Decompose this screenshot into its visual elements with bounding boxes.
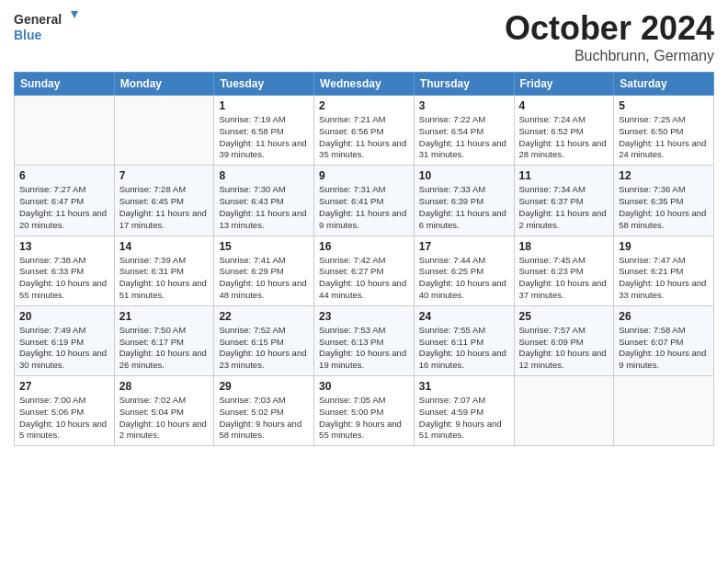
col-wednesday: Wednesday (314, 73, 415, 96)
calendar-week-row: 1 Sunrise: 7:19 AMSunset: 6:58 PMDayligh… (15, 96, 714, 166)
day-info: Sunrise: 7:07 AMSunset: 4:59 PMDaylight:… (419, 395, 509, 442)
table-row: 15 Sunrise: 7:41 AMSunset: 6:29 PMDaylig… (214, 236, 314, 305)
day-info: Sunrise: 7:49 AMSunset: 6:19 PMDaylight:… (19, 325, 109, 372)
day-number: 23 (319, 310, 409, 323)
day-number: 6 (19, 169, 109, 182)
table-row: 22 Sunrise: 7:52 AMSunset: 6:15 PMDaylig… (214, 305, 314, 375)
calendar-subtitle: Buchbrunn, Germany (505, 48, 714, 64)
table-row (15, 96, 115, 166)
day-info: Sunrise: 7:50 AMSunset: 6:17 PMDaylight:… (119, 325, 210, 372)
svg-text:General: General (14, 12, 62, 27)
title-block: October 2024 Buchbrunn, Germany (505, 9, 714, 64)
day-info: Sunrise: 7:33 AMSunset: 6:39 PMDaylight:… (419, 184, 509, 231)
day-number: 1 (219, 99, 309, 112)
day-number: 25 (519, 310, 609, 323)
day-info: Sunrise: 7:42 AMSunset: 6:27 PMDaylight:… (319, 255, 409, 302)
day-number: 19 (619, 240, 709, 253)
day-info: Sunrise: 7:34 AMSunset: 6:37 PMDaylight:… (519, 184, 609, 231)
day-number: 30 (319, 380, 409, 393)
day-number: 8 (219, 169, 309, 182)
day-info: Sunrise: 7:47 AMSunset: 6:21 PMDaylight:… (619, 255, 709, 302)
day-number: 15 (219, 240, 309, 253)
calendar-week-row: 6 Sunrise: 7:27 AMSunset: 6:47 PMDayligh… (15, 166, 714, 236)
day-info: Sunrise: 7:30 AMSunset: 6:43 PMDaylight:… (219, 184, 309, 231)
day-number: 27 (19, 380, 109, 393)
day-info: Sunrise: 7:27 AMSunset: 6:47 PMDaylight:… (19, 184, 109, 231)
day-number: 22 (219, 310, 309, 323)
calendar-table: Sunday Monday Tuesday Wednesday Thursday… (14, 72, 714, 446)
day-info: Sunrise: 7:02 AMSunset: 5:04 PMDaylight:… (119, 395, 210, 442)
table-row: 4 Sunrise: 7:24 AMSunset: 6:52 PMDayligh… (514, 96, 614, 166)
day-info: Sunrise: 7:31 AMSunset: 6:41 PMDaylight:… (319, 184, 409, 231)
day-number: 9 (319, 169, 409, 182)
table-row: 2 Sunrise: 7:21 AMSunset: 6:56 PMDayligh… (314, 96, 415, 166)
day-number: 5 (619, 99, 709, 112)
day-info: Sunrise: 7:03 AMSunset: 5:02 PMDaylight:… (219, 395, 309, 442)
day-number: 29 (219, 380, 309, 393)
day-number: 10 (419, 169, 509, 182)
day-number: 31 (419, 380, 509, 393)
day-info: Sunrise: 7:38 AMSunset: 6:33 PMDaylight:… (19, 255, 109, 302)
table-row: 23 Sunrise: 7:53 AMSunset: 6:13 PMDaylig… (314, 305, 415, 375)
table-row: 26 Sunrise: 7:58 AMSunset: 6:07 PMDaylig… (614, 305, 714, 375)
table-row: 3 Sunrise: 7:22 AMSunset: 6:54 PMDayligh… (414, 96, 514, 166)
day-number: 28 (119, 380, 210, 393)
day-number: 20 (19, 310, 109, 323)
table-row: 29 Sunrise: 7:03 AMSunset: 5:02 PMDaylig… (214, 376, 314, 446)
day-info: Sunrise: 7:41 AMSunset: 6:29 PMDaylight:… (219, 255, 309, 302)
calendar-header-row: Sunday Monday Tuesday Wednesday Thursday… (15, 73, 714, 96)
col-tuesday: Tuesday (214, 73, 314, 96)
table-row: 5 Sunrise: 7:25 AMSunset: 6:50 PMDayligh… (614, 96, 714, 166)
table-row: 9 Sunrise: 7:31 AMSunset: 6:41 PMDayligh… (314, 166, 415, 236)
day-info: Sunrise: 7:52 AMSunset: 6:15 PMDaylight:… (219, 325, 309, 372)
table-row: 21 Sunrise: 7:50 AMSunset: 6:17 PMDaylig… (114, 305, 214, 375)
day-info: Sunrise: 7:45 AMSunset: 6:23 PMDaylight:… (519, 255, 609, 302)
logo: General Blue (14, 9, 78, 44)
table-row (514, 376, 614, 446)
day-number: 26 (619, 310, 709, 323)
table-row: 16 Sunrise: 7:42 AMSunset: 6:27 PMDaylig… (314, 236, 415, 305)
svg-marker-2 (71, 11, 78, 18)
table-row: 14 Sunrise: 7:39 AMSunset: 6:31 PMDaylig… (114, 236, 214, 305)
table-row: 19 Sunrise: 7:47 AMSunset: 6:21 PMDaylig… (614, 236, 714, 305)
day-info: Sunrise: 7:36 AMSunset: 6:35 PMDaylight:… (619, 184, 709, 231)
calendar-title: October 2024 (505, 9, 714, 48)
table-row: 10 Sunrise: 7:33 AMSunset: 6:39 PMDaylig… (414, 166, 514, 236)
day-info: Sunrise: 7:57 AMSunset: 6:09 PMDaylight:… (519, 325, 609, 372)
day-info: Sunrise: 7:53 AMSunset: 6:13 PMDaylight:… (319, 325, 409, 372)
day-number: 18 (519, 240, 609, 253)
day-number: 2 (319, 99, 409, 112)
calendar-week-row: 13 Sunrise: 7:38 AMSunset: 6:33 PMDaylig… (15, 236, 714, 305)
table-row: 18 Sunrise: 7:45 AMSunset: 6:23 PMDaylig… (514, 236, 614, 305)
table-row: 30 Sunrise: 7:05 AMSunset: 5:00 PMDaylig… (314, 376, 415, 446)
table-row: 17 Sunrise: 7:44 AMSunset: 6:25 PMDaylig… (414, 236, 514, 305)
col-thursday: Thursday (414, 73, 514, 96)
day-info: Sunrise: 7:22 AMSunset: 6:54 PMDaylight:… (419, 114, 509, 161)
table-row: 25 Sunrise: 7:57 AMSunset: 6:09 PMDaylig… (514, 305, 614, 375)
logo-svg: General Blue (14, 9, 78, 44)
col-saturday: Saturday (614, 73, 714, 96)
table-row: 28 Sunrise: 7:02 AMSunset: 5:04 PMDaylig… (114, 376, 214, 446)
col-monday: Monday (114, 73, 214, 96)
table-row: 1 Sunrise: 7:19 AMSunset: 6:58 PMDayligh… (214, 96, 314, 166)
day-number: 12 (619, 169, 709, 182)
day-number: 16 (319, 240, 409, 253)
day-info: Sunrise: 7:58 AMSunset: 6:07 PMDaylight:… (619, 325, 709, 372)
day-number: 21 (119, 310, 210, 323)
day-info: Sunrise: 7:44 AMSunset: 6:25 PMDaylight:… (419, 255, 509, 302)
table-row: 8 Sunrise: 7:30 AMSunset: 6:43 PMDayligh… (214, 166, 314, 236)
day-info: Sunrise: 7:28 AMSunset: 6:45 PMDaylight:… (119, 184, 210, 231)
calendar-week-row: 27 Sunrise: 7:00 AMSunset: 5:06 PMDaylig… (15, 376, 714, 446)
calendar-week-row: 20 Sunrise: 7:49 AMSunset: 6:19 PMDaylig… (15, 305, 714, 375)
day-info: Sunrise: 7:21 AMSunset: 6:56 PMDaylight:… (319, 114, 409, 161)
table-row (614, 376, 714, 446)
day-info: Sunrise: 7:00 AMSunset: 5:06 PMDaylight:… (19, 395, 109, 442)
table-row: 24 Sunrise: 7:55 AMSunset: 6:11 PMDaylig… (414, 305, 514, 375)
table-row: 20 Sunrise: 7:49 AMSunset: 6:19 PMDaylig… (15, 305, 115, 375)
day-info: Sunrise: 7:05 AMSunset: 5:00 PMDaylight:… (319, 395, 409, 442)
day-info: Sunrise: 7:24 AMSunset: 6:52 PMDaylight:… (519, 114, 609, 161)
day-info: Sunrise: 7:19 AMSunset: 6:58 PMDaylight:… (219, 114, 309, 161)
table-row: 31 Sunrise: 7:07 AMSunset: 4:59 PMDaylig… (414, 376, 514, 446)
day-number: 11 (519, 169, 609, 182)
day-number: 7 (119, 169, 210, 182)
